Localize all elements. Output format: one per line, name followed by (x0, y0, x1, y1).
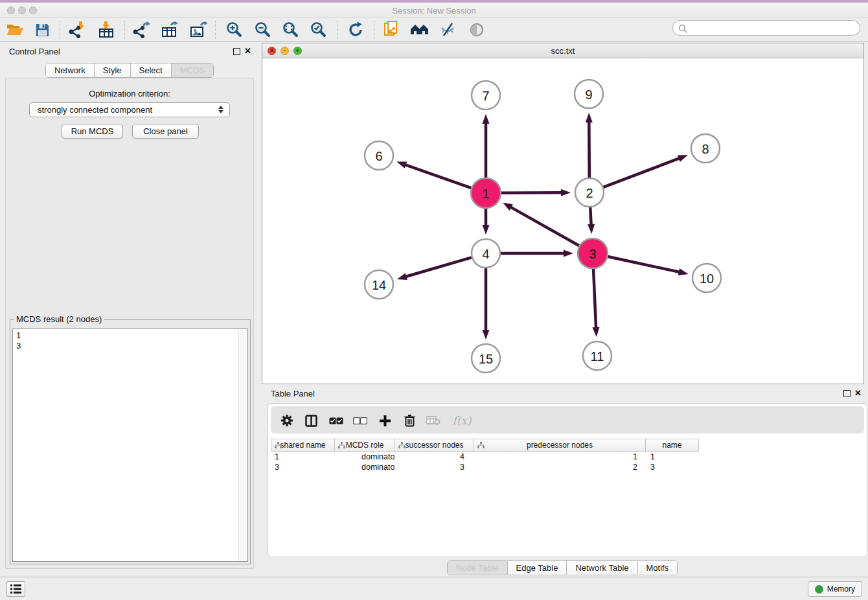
show-graphics-button[interactable] (466, 19, 488, 40)
graph-edge-2-9[interactable] (589, 121, 589, 178)
checked-boxes-icon (329, 417, 343, 424)
table-panel-title: Table Panel (271, 389, 315, 398)
eye-icon (468, 22, 485, 38)
table-cell: 4 (394, 452, 474, 462)
table-header: shared nameMCDS rolesuccessor nodesprede… (271, 439, 699, 451)
search-box[interactable] (672, 20, 860, 36)
edge-arrowhead (483, 225, 490, 235)
export-table-button[interactable] (159, 19, 181, 40)
export-image-button[interactable] (187, 19, 209, 40)
tab-select[interactable]: Select (130, 63, 171, 77)
close-table-panel-icon[interactable]: ✕ (854, 389, 862, 397)
float-panel-icon[interactable] (233, 48, 240, 55)
function-builder-disabled: f(x) (451, 413, 473, 428)
graph-edge-2-8[interactable] (604, 158, 680, 187)
toolbar-separator (374, 21, 374, 39)
mcds-result-textarea[interactable]: 1 3 (12, 329, 248, 562)
import-network-button[interactable] (66, 19, 88, 40)
export-network-icon (132, 21, 150, 38)
table-cell: 1 (645, 452, 698, 462)
export-table-icon (161, 21, 179, 38)
table-cell: dominator (334, 462, 394, 472)
network-graph[interactable]: 7968124314101511 (262, 58, 863, 384)
column-header-successor-nodes[interactable]: successor nodes (395, 439, 474, 452)
zoom-in-button[interactable] (223, 19, 245, 40)
tab-network[interactable]: Network (46, 63, 94, 77)
toolbar-separator (215, 21, 216, 39)
tab-network-table[interactable]: Network Table (566, 561, 637, 575)
tab-node-table[interactable]: Node Table (448, 561, 507, 575)
mcds-result-values: 1 3 (16, 330, 21, 351)
network-from-file-button[interactable] (381, 19, 403, 40)
column-header-MCDS-role[interactable]: MCDS role (335, 439, 395, 452)
graph-node-label: 14 (372, 278, 386, 292)
column-header-predecessor-nodes[interactable]: predecessor nodes (474, 439, 646, 452)
graph-node-label: 7 (482, 89, 489, 103)
edge-arrowhead (593, 327, 600, 337)
control-panel: Control Panel ✕ NetworkStyleSelectMCDS O… (0, 43, 259, 577)
table-row[interactable]: 1dominator411 (271, 452, 698, 462)
close-panel-icon[interactable]: ✕ (244, 47, 251, 54)
graph-edge-2-3[interactable] (590, 207, 591, 225)
edge-arrowhead (396, 161, 407, 168)
column-header-shared-name[interactable]: shared name (271, 439, 335, 452)
export-network-button[interactable] (130, 19, 152, 40)
memory-label: Memory (827, 584, 855, 594)
graph-edge-1-2[interactable] (501, 192, 562, 193)
zoom-out-button[interactable] (251, 19, 273, 40)
graph-edge-4-14[interactable] (405, 257, 472, 277)
float-table-panel-icon[interactable] (843, 390, 851, 397)
open-session-button[interactable] (4, 19, 26, 40)
export-image-icon (189, 21, 207, 38)
task-history-button[interactable] (6, 581, 25, 597)
run-mcds-button[interactable]: Run MCDS (62, 124, 123, 139)
tab-motifs[interactable]: Motifs (637, 561, 678, 575)
graph-edge-3-11[interactable] (593, 269, 596, 329)
close-panel-button[interactable]: Close panel (132, 124, 199, 139)
zoom-fit-icon (282, 21, 299, 38)
edge-arrowhead (561, 189, 571, 196)
import-table-button[interactable] (96, 19, 118, 40)
edge-arrowhead (586, 113, 593, 122)
graph-edge-1-6[interactable] (405, 165, 472, 188)
memory-status-icon (815, 585, 823, 594)
graph-edge-3-10[interactable] (608, 257, 680, 272)
network-file-icon (383, 21, 400, 39)
search-input[interactable] (690, 21, 855, 34)
tab-style[interactable]: Style (94, 63, 130, 77)
graph-node-label: 6 (375, 149, 382, 163)
home-networks-button[interactable] (409, 19, 431, 40)
table-settings-button[interactable] (280, 413, 294, 428)
zoom-fit-button[interactable] (279, 19, 301, 40)
table-row[interactable]: 3dominator323 (271, 462, 698, 472)
gear-icon (280, 414, 293, 427)
deselect-all-button[interactable] (353, 413, 367, 428)
result-scrollbar[interactable] (238, 330, 247, 560)
delete-column-button[interactable] (402, 413, 417, 428)
open-folder-icon (6, 22, 24, 38)
create-column-button[interactable] (378, 413, 392, 428)
save-session-button[interactable] (31, 19, 53, 40)
memory-button[interactable]: Memory (808, 581, 862, 597)
table-cell: 3 (271, 462, 334, 472)
graph-node-label: 2 (586, 186, 593, 200)
select-all-button[interactable] (329, 413, 343, 428)
refresh-button[interactable] (345, 19, 367, 40)
trash-icon (404, 414, 415, 427)
control-panel-tabs: NetworkStyleSelectMCDS (0, 63, 259, 78)
zoom-selected-button[interactable] (307, 19, 329, 40)
edge-arrowhead (588, 224, 595, 234)
table-cell: 2 (474, 462, 645, 472)
hide-graphics-button[interactable] (437, 19, 459, 40)
zoom-selected-icon (310, 21, 326, 38)
tab-edge-table[interactable]: Edge Table (507, 561, 567, 575)
status-bar: Memory (0, 577, 868, 600)
edge-arrowhead (483, 330, 490, 340)
edge-arrowhead (678, 155, 688, 161)
unchecked-boxes-icon (353, 417, 367, 424)
tab-mcds[interactable]: MCDS (171, 63, 213, 77)
column-header-name[interactable]: name (646, 439, 699, 452)
graph-edge-3-1[interactable] (510, 207, 579, 246)
criterion-select[interactable]: strongly connected component (29, 102, 230, 117)
column-browser-button[interactable] (304, 413, 318, 428)
